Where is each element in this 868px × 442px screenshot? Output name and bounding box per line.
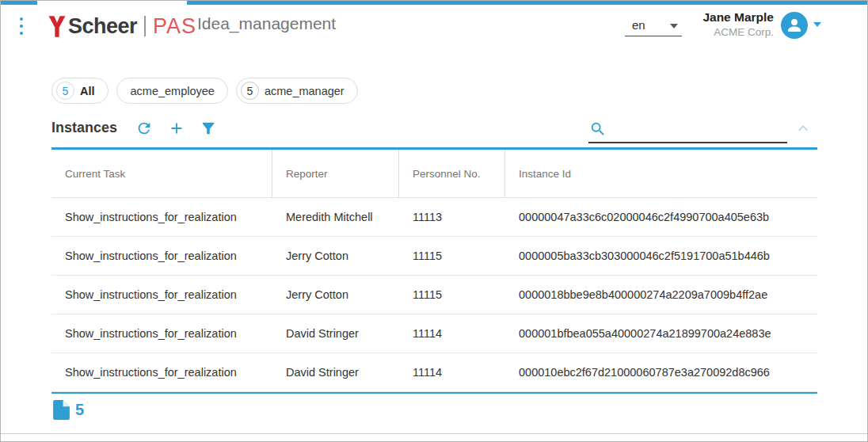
record-count: 5: [75, 401, 84, 419]
refresh-icon[interactable]: [135, 120, 153, 137]
cell-personnel-no: 11113: [399, 198, 505, 236]
cell-current-task: Show_instructions_for_realization: [51, 276, 272, 314]
cell-current-task: Show_instructions_for_realization: [51, 353, 272, 391]
brand-scheer-text: Scheer: [68, 14, 137, 39]
cell-instance-id: 000010ebc2f67d21000060787e3a270092d8c966: [505, 353, 817, 391]
cell-reporter: David Stringer: [272, 314, 399, 352]
cell-personnel-no: 11114: [399, 353, 505, 391]
cell-personnel-no: 11115: [399, 237, 505, 275]
brand-separator: [144, 16, 146, 36]
table-row[interactable]: Show_instructions_for_realization David …: [51, 353, 817, 392]
chevron-up-icon[interactable]: [794, 119, 813, 138]
cell-reporter: Jerry Cotton: [272, 237, 399, 275]
cell-personnel-no: 11114: [399, 314, 505, 352]
document-icon: [53, 400, 70, 420]
chip-acme-manager-count-badge: 5: [241, 82, 259, 100]
instances-heading: Instances: [51, 120, 117, 136]
cell-instance-id: 0000018bbe9e8b400000274a2209a7009b4ff2ae: [505, 276, 817, 314]
cell-personnel-no: 11115: [399, 276, 505, 314]
record-count-footer: 5: [53, 400, 84, 420]
column-header-personnel-no[interactable]: Personnel No.: [399, 150, 505, 197]
chip-acme-manager[interactable]: 5 acme_manager: [236, 78, 358, 104]
top-strip-gap: [37, 1, 187, 5]
cell-current-task: Show_instructions_for_realization: [51, 198, 272, 236]
user-info: Jane Marple ACME Corp.: [639, 10, 774, 38]
chip-acme-employee-label: acme_employee: [131, 85, 215, 97]
cell-reporter: Meredith Mitchell: [272, 198, 399, 236]
cell-reporter: Jerry Cotton: [272, 276, 399, 314]
brand-logo: Scheer PAS: [48, 11, 196, 41]
funnel-filter-icon[interactable]: [200, 120, 217, 137]
kebab-menu-icon[interactable]: [16, 17, 27, 35]
chip-all-count-badge: 5: [56, 82, 74, 100]
chip-all-label: All: [80, 85, 95, 97]
instances-table: Current Task Reporter Personnel No. Inst…: [51, 147, 817, 394]
cell-instance-id: 0000005ba33cb303000046c2f5191700a51b446b: [505, 237, 817, 275]
user-name: Jane Marple: [639, 10, 774, 25]
table-row[interactable]: Show_instructions_for_realization Meredi…: [51, 198, 817, 237]
user-menu-chevron-down-icon[interactable]: [813, 22, 821, 27]
table-bottom-accent-line: [51, 392, 817, 394]
cell-instance-id: 000001bfbea055a40000274a21899700a24e883e: [505, 314, 817, 352]
page-title: Idea_management: [197, 14, 336, 33]
table-row[interactable]: Show_instructions_for_realization Jerry …: [51, 237, 817, 276]
plus-icon[interactable]: [168, 120, 185, 137]
search-input[interactable]: [609, 120, 786, 140]
table-row[interactable]: Show_instructions_for_realization David …: [51, 314, 817, 353]
role-filter-chips: 5 All acme_employee 5 acme_manager: [51, 78, 358, 104]
scheer-y-logo-icon: [48, 16, 66, 37]
column-header-current-task[interactable]: Current Task: [51, 150, 272, 197]
app-window: Scheer PAS Idea_management en Jane Marpl…: [0, 0, 868, 442]
table-header-row: Current Task Reporter Personnel No. Inst…: [51, 150, 817, 198]
column-header-instance-id[interactable]: Instance Id: [505, 150, 817, 197]
magnifier-icon: [589, 120, 607, 138]
brand-pas-text: PAS: [153, 14, 196, 39]
user-avatar-icon[interactable]: [781, 12, 808, 39]
cell-reporter: David Stringer: [272, 353, 399, 391]
chip-acme-employee[interactable]: acme_employee: [116, 78, 228, 104]
chip-all[interactable]: 5 All: [51, 78, 108, 104]
chip-acme-manager-label: acme_manager: [265, 85, 345, 97]
user-organization: ACME Corp.: [639, 26, 774, 38]
table-row[interactable]: Show_instructions_for_realization Jerry …: [51, 276, 817, 314]
top-accent-strip: [1, 1, 867, 5]
bottom-divider: [1, 433, 867, 434]
search-field: [588, 118, 787, 143]
cell-current-task: Show_instructions_for_realization: [51, 237, 272, 275]
column-header-reporter[interactable]: Reporter: [272, 150, 399, 197]
cell-instance-id: 00000047a33c6c02000046c2f4990700a405e63b: [505, 198, 817, 236]
cell-current-task: Show_instructions_for_realization: [51, 314, 272, 352]
